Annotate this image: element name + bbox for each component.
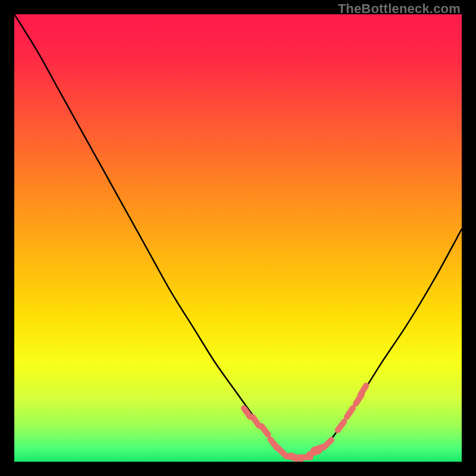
bottleneck-chart xyxy=(14,14,462,462)
